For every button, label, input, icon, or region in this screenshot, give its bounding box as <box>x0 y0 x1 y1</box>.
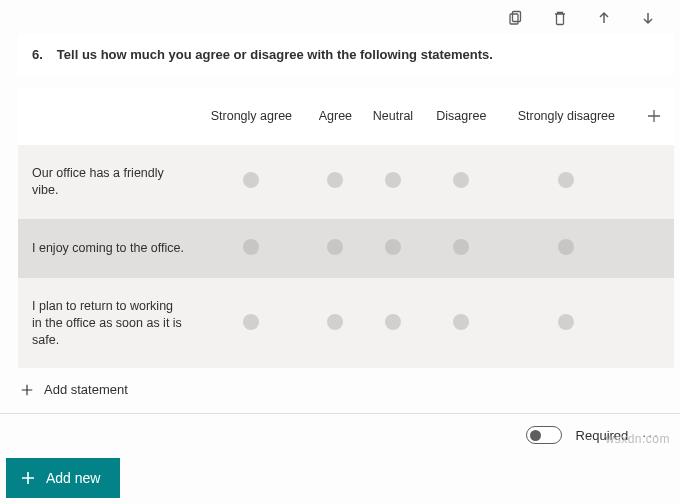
move-down-icon[interactable] <box>640 10 656 26</box>
likert-radio[interactable] <box>243 239 259 255</box>
likert-row: Our office has a friendly vibe. <box>18 145 674 219</box>
copy-icon[interactable] <box>508 10 524 26</box>
delete-icon[interactable] <box>552 10 568 26</box>
statement-text[interactable]: Our office has a friendly vibe. <box>18 145 194 219</box>
question-number: 6. <box>32 47 43 62</box>
likert-radio[interactable] <box>243 172 259 188</box>
required-toggle[interactable] <box>526 426 562 444</box>
svg-rect-0 <box>513 12 521 22</box>
likert-col-header[interactable]: Disagree <box>424 87 499 145</box>
statement-header-blank <box>18 87 194 145</box>
add-statement-label: Add statement <box>44 382 128 397</box>
svg-rect-1 <box>510 14 518 24</box>
move-up-icon[interactable] <box>596 10 612 26</box>
watermark: wsxdn.com <box>605 432 670 446</box>
add-new-button[interactable]: Add new <box>6 458 120 498</box>
likert-radio[interactable] <box>453 239 469 255</box>
likert-col-header[interactable]: Strongly agree <box>194 87 309 145</box>
add-new-label: Add new <box>46 470 100 486</box>
question-footer: Required ··· <box>0 414 680 444</box>
likert-col-header[interactable]: Agree <box>309 87 362 145</box>
toggle-knob <box>530 430 541 441</box>
likert-radio[interactable] <box>453 314 469 330</box>
likert-row: I enjoy coming to the office. <box>18 219 674 278</box>
likert-radio[interactable] <box>385 314 401 330</box>
statement-text[interactable]: I enjoy coming to the office. <box>18 219 194 278</box>
likert-radio[interactable] <box>558 172 574 188</box>
likert-radio[interactable] <box>327 172 343 188</box>
likert-radio[interactable] <box>327 314 343 330</box>
plus-icon <box>20 383 34 397</box>
question-text[interactable]: Tell us how much you agree or disagree w… <box>57 47 660 62</box>
likert-radio[interactable] <box>453 172 469 188</box>
likert-radio[interactable] <box>558 314 574 330</box>
question-block: 6. Tell us how much you agree or disagre… <box>0 34 680 413</box>
plus-icon <box>20 470 36 486</box>
likert-radio[interactable] <box>327 239 343 255</box>
question-header: 6. Tell us how much you agree or disagre… <box>18 34 674 75</box>
likert-col-header[interactable]: Strongly disagree <box>499 87 634 145</box>
add-column-button[interactable] <box>643 105 665 127</box>
add-statement-button[interactable]: Add statement <box>18 368 674 413</box>
likert-radio[interactable] <box>558 239 574 255</box>
likert-col-header[interactable]: Neutral <box>362 87 424 145</box>
likert-radio[interactable] <box>385 172 401 188</box>
likert-row: I plan to return to working in the offic… <box>18 278 674 369</box>
likert-radio[interactable] <box>385 239 401 255</box>
likert-radio[interactable] <box>243 314 259 330</box>
statement-text[interactable]: I plan to return to working in the offic… <box>18 278 194 369</box>
likert-grid: Strongly agree Agree Neutral Disagree St… <box>18 87 674 368</box>
question-toolbar <box>0 0 680 34</box>
